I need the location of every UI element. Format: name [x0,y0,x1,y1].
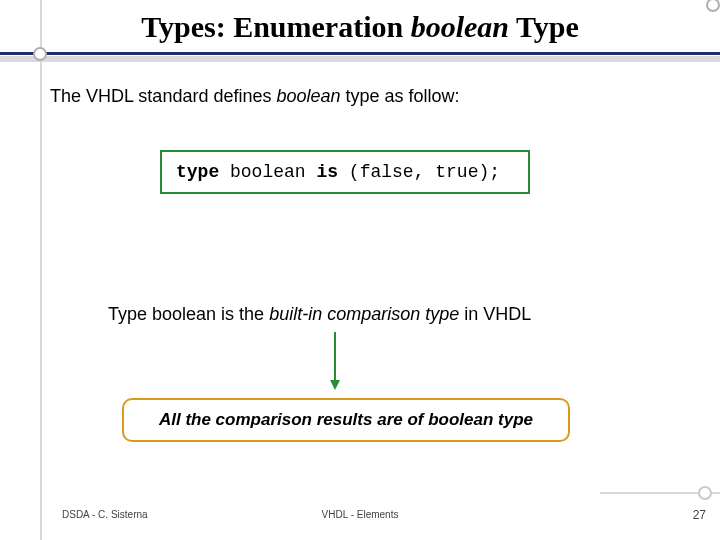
code-text: (false, true); [338,162,500,182]
slide-title: Types: Enumeration boolean Type [0,10,720,44]
code-text: boolean [219,162,316,182]
corner-circle-icon [698,486,712,500]
title-text-pre: Types: Enumeration [141,10,410,43]
intro-ital: boolean [276,86,340,106]
page-number: 27 [693,508,706,522]
callout-box: All the comparison results are of boolea… [122,398,570,442]
mid-pre: Type boolean is the [108,304,269,324]
title-underline [0,52,720,55]
arrow-down-icon [334,332,336,388]
title-underline-shadow [0,56,720,62]
code-keyword: is [316,162,338,182]
title-text-ital: boolean [411,10,509,43]
intro-line: The VHDL standard defines boolean type a… [50,86,460,107]
title-text-post: Type [509,10,579,43]
slide: Types: Enumeration boolean Type The VHDL… [0,0,720,540]
footer-title: VHDL - Elements [0,509,720,520]
intro-post: type as follow: [341,86,460,106]
mid-line: Type boolean is the built-in comparison … [108,304,531,325]
code-keyword: type [176,162,219,182]
code-box: type boolean is (false, true); [160,150,530,194]
corner-circle-icon [33,47,47,61]
mid-ital: built-in comparison type [269,304,459,324]
left-rule [40,0,42,540]
intro-pre: The VHDL standard defines [50,86,276,106]
mid-post: in VHDL [459,304,531,324]
callout-text: All the comparison results are of boolea… [159,410,533,429]
